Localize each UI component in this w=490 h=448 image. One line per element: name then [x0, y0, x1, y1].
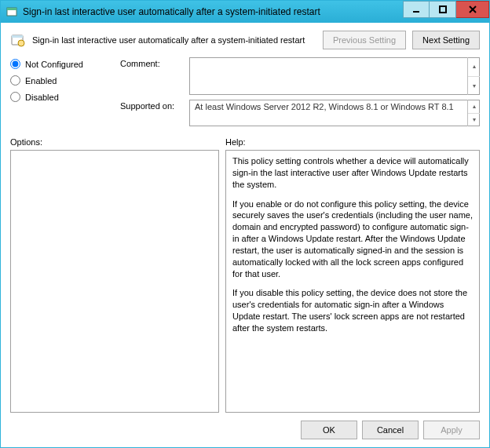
radio-disabled-input[interactable] — [10, 92, 20, 102]
svg-point-8 — [18, 40, 24, 46]
window-title: Sign-in last interactive user automatica… — [23, 6, 403, 17]
help-pane[interactable]: This policy setting controls whether a d… — [225, 150, 480, 413]
help-label: Help: — [225, 137, 246, 147]
comment-textarea[interactable] — [189, 57, 480, 95]
radio-disabled[interactable]: Disabled — [10, 92, 111, 102]
state-radios: Not Configured Enabled Disabled — [10, 57, 111, 126]
fields-column: Comment: ▴ ▾ Supported on: At least Wind… — [120, 57, 480, 126]
radio-not-configured-label: Not Configured — [25, 60, 83, 69]
radio-not-configured[interactable]: Not Configured — [10, 59, 111, 69]
supported-scroll[interactable]: ▴ ▾ — [467, 100, 480, 126]
comment-row: Comment: ▴ ▾ — [120, 57, 480, 95]
supported-on-value: At least Windows Server 2012 R2, Windows… — [189, 100, 480, 126]
supported-label: Supported on: — [120, 100, 183, 126]
top-bar: Sign-in last interactive user automatica… — [10, 31, 480, 49]
help-paragraph: This policy setting controls whether a d… — [232, 155, 473, 191]
cancel-button[interactable]: Cancel — [362, 421, 419, 439]
supported-on-text: At least Windows Server 2012 R2, Windows… — [195, 102, 454, 111]
svg-rect-1 — [7, 8, 16, 10]
policy-editor-window: Sign-in last interactive user automatica… — [0, 0, 490, 448]
supported-row: Supported on: At least Windows Server 20… — [120, 100, 480, 126]
svg-rect-7 — [12, 35, 23, 38]
scroll-down-icon[interactable]: ▾ — [468, 76, 480, 96]
panes: This policy setting controls whether a d… — [10, 150, 480, 413]
window-icon — [5, 5, 18, 18]
radio-enabled-input[interactable] — [10, 75, 20, 86]
maximize-button[interactable] — [430, 1, 456, 18]
titlebar[interactable]: Sign-in last interactive user automatica… — [1, 1, 489, 23]
radio-disabled-label: Disabled — [25, 93, 59, 102]
radio-enabled-label: Enabled — [25, 76, 57, 86]
ok-button[interactable]: OK — [301, 421, 357, 439]
previous-setting-button[interactable]: Previous Setting — [323, 31, 406, 49]
client-area: Sign-in last interactive user automatica… — [1, 23, 489, 447]
svg-rect-3 — [440, 6, 446, 13]
scroll-down-icon[interactable]: ▾ — [468, 113, 480, 127]
config-row: Not Configured Enabled Disabled Comment: — [10, 57, 480, 126]
options-pane[interactable] — [10, 150, 219, 413]
scroll-up-icon[interactable]: ▴ — [468, 100, 480, 113]
apply-button[interactable]: Apply — [423, 421, 480, 439]
radio-not-configured-input[interactable] — [10, 59, 20, 69]
svg-rect-2 — [413, 11, 419, 13]
scroll-up-icon[interactable]: ▴ — [468, 57, 480, 76]
close-button[interactable] — [456, 1, 489, 18]
next-setting-button[interactable]: Next Setting — [412, 31, 480, 49]
options-label: Options: — [10, 137, 219, 147]
help-paragraph: If you enable or do not configure this p… — [232, 199, 473, 280]
policy-icon — [10, 32, 26, 48]
policy-title: Sign-in last interactive user automatica… — [32, 35, 316, 45]
window-buttons — [403, 1, 489, 23]
minimize-button[interactable] — [403, 1, 430, 18]
help-paragraph: If you disable this policy setting, the … — [232, 287, 473, 333]
comment-scroll[interactable]: ▴ ▾ — [467, 57, 480, 95]
panes-header: Options: Help: — [10, 137, 480, 147]
comment-label: Comment: — [120, 57, 183, 95]
radio-enabled[interactable]: Enabled — [10, 75, 111, 86]
dialog-footer: OK Cancel Apply — [10, 413, 480, 439]
